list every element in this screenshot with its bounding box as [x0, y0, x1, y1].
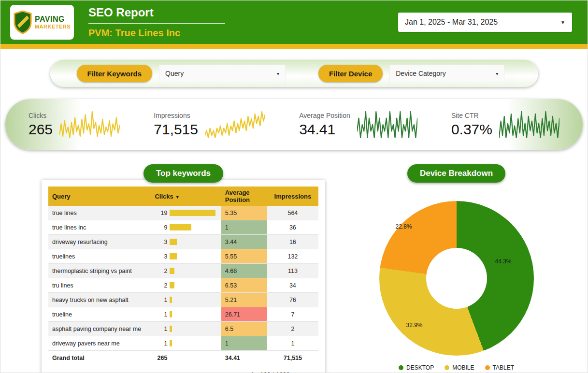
keywords-table-body: true lines195.35564true lines inc9136dri… — [48, 206, 318, 351]
table-row: trueline126.717 — [48, 307, 318, 322]
impressions-cell: 7 — [267, 307, 318, 322]
legend-label: DESKTOP — [406, 364, 434, 371]
shield-logo-icon — [14, 11, 32, 34]
keywords-table: Query Clicks▼ Average Position Impressio… — [48, 186, 318, 365]
scorecard-label: Impressions — [154, 112, 198, 121]
clicks-bar — [170, 311, 172, 317]
query-cell: tru lines — [48, 278, 151, 293]
clicks-cell: 3 — [151, 235, 221, 249]
avg-position-cell: 6.53 — [221, 278, 267, 293]
table-row: heavy trucks on new asphalt15.2176 — [48, 293, 318, 307]
impressions-cell: 132 — [267, 249, 318, 264]
scorecard-value: 0.37% — [451, 121, 492, 138]
clicks-cell: 19 — [151, 206, 221, 220]
legend-item-tablet: TABLET — [485, 364, 514, 371]
grand-total-avg-position: 34.41 — [221, 351, 267, 365]
clicks-bar — [170, 224, 191, 230]
pagination-range: 1 - 100 / 1693 — [251, 371, 289, 373]
prev-page-button[interactable]: ‹ — [300, 370, 303, 373]
grand-total-label: Grand total — [48, 351, 151, 365]
clicks-bar — [170, 297, 172, 303]
average-position-sparkline — [357, 110, 417, 140]
date-range-selector[interactable]: Jan 1, 2025 - Mar 31, 2025 ▼ — [398, 13, 572, 32]
legend-label: TABLET — [493, 364, 514, 371]
query-cell: true lines inc — [48, 220, 151, 235]
title-divider — [88, 23, 225, 24]
grand-total-row: Grand total 265 34.41 71,515 — [48, 351, 318, 365]
table-row: driveway pavers near me111 — [48, 336, 318, 351]
report-subtitle: PVM: True Lines Inc — [88, 28, 225, 39]
filter-keywords-button[interactable]: Filter Keywords — [77, 65, 153, 82]
scorecard-clicks: Clicks 265 — [29, 110, 120, 140]
legend-dot-icon — [445, 365, 449, 370]
column-header-query[interactable]: Query — [48, 186, 151, 206]
clicks-bar — [170, 282, 174, 288]
impressions-cell: 16 — [267, 235, 318, 249]
main-content: Top keywords Query Clicks▼ Average Posit… — [0, 164, 588, 373]
logo-line2: MARKETERS — [35, 24, 71, 29]
avg-position-cell: 26.71 — [221, 307, 267, 322]
chevron-down-icon: ▾ — [277, 71, 279, 76]
scorecard-strip: Clicks 265 Impressions 71,515 Average Po… — [5, 99, 583, 150]
filter-device-button[interactable]: Filter Device — [318, 65, 383, 82]
legend-dot-icon — [399, 365, 403, 370]
site-ctr-sparkline — [499, 110, 559, 140]
device-filter-dropdown[interactable]: Device Category ▾ — [389, 65, 504, 82]
query-cell: truelines — [48, 249, 151, 264]
logo-text: PAVING MARKETERS — [35, 15, 71, 29]
query-filter-dropdown[interactable]: Query ▾ — [159, 65, 286, 82]
column-header-impressions[interactable]: Impressions — [267, 186, 318, 206]
seo-report-page: PAVING MARKETERS SEO Report PVM: True Li… — [0, 0, 588, 373]
grand-total-clicks: 265 — [151, 351, 221, 365]
avg-position-cell: 3.44 — [221, 235, 267, 249]
table-row: true lines inc9136 — [48, 220, 318, 235]
impressions-cell: 1 — [267, 336, 318, 351]
scorecard-label: Clicks — [29, 112, 53, 121]
donut-wrap: 44.3%32.9%22.8% — [379, 201, 534, 356]
table-row: thermoplastic striping vs paint24.68113 — [48, 264, 318, 278]
logo: PAVING MARKETERS — [10, 5, 74, 40]
table-row: driveway resurfacing33.4416 — [48, 235, 318, 249]
scorecard-site-ctr: Site CTR 0.37% — [451, 110, 559, 140]
impressions-cell: 2 — [267, 322, 318, 336]
avg-position-cell: 1 — [221, 220, 267, 235]
next-page-button[interactable]: › — [312, 370, 316, 373]
scorecard-value: 265 — [29, 121, 53, 138]
clicks-bar — [170, 210, 215, 216]
donut-label-desktop: 44.3% — [495, 258, 512, 265]
accent-stripe — [0, 44, 588, 49]
table-row: truelines35.55132 — [48, 249, 318, 264]
clicks-cell: 1 — [151, 336, 221, 351]
clicks-bar — [170, 253, 177, 259]
avg-position-cell: 5.21 — [221, 293, 267, 307]
scorecard-value: 71,515 — [154, 121, 198, 138]
column-header-clicks[interactable]: Clicks▼ — [151, 186, 221, 206]
clicks-cell: 9 — [151, 220, 221, 235]
legend-label: MOBILE — [452, 364, 474, 371]
legend-item-mobile: MOBILE — [445, 364, 474, 371]
chevron-down-icon: ▾ — [496, 71, 498, 76]
clicks-bar — [170, 268, 174, 274]
query-cell: heavy trucks on new asphalt — [48, 293, 151, 307]
page-title: SEO Report — [88, 6, 225, 23]
device-breakdown-title: Device Breakdown — [407, 164, 505, 183]
clicks-bar — [170, 239, 177, 245]
keywords-table-card: Query Clicks▼ Average Position Impressio… — [42, 180, 325, 373]
titles: SEO Report PVM: True Lines Inc — [88, 6, 225, 39]
device-filter-label: Device Category — [396, 70, 446, 77]
query-cell: true lines — [48, 206, 151, 220]
clicks-sparkline — [59, 110, 120, 140]
query-cell: driveway resurfacing — [48, 235, 151, 249]
query-cell: thermoplastic striping vs paint — [48, 264, 151, 278]
scorecard-average-position: Average Position 34.41 — [299, 110, 417, 140]
clicks-cell: 2 — [151, 264, 221, 278]
filter-bar: Filter Keywords Query ▾ Filter Device De… — [50, 60, 538, 87]
column-header-average-position[interactable]: Average Position — [221, 186, 267, 206]
clicks-bar — [170, 326, 172, 332]
clicks-cell: 1 — [151, 293, 221, 307]
avg-position-cell: 6.5 — [221, 322, 267, 336]
pagination: 1 - 100 / 1693 ‹ › — [48, 365, 318, 373]
legend-dot-icon — [485, 365, 490, 370]
impressions-cell: 34 — [267, 278, 318, 293]
top-keywords-title: Top keywords — [143, 164, 223, 183]
